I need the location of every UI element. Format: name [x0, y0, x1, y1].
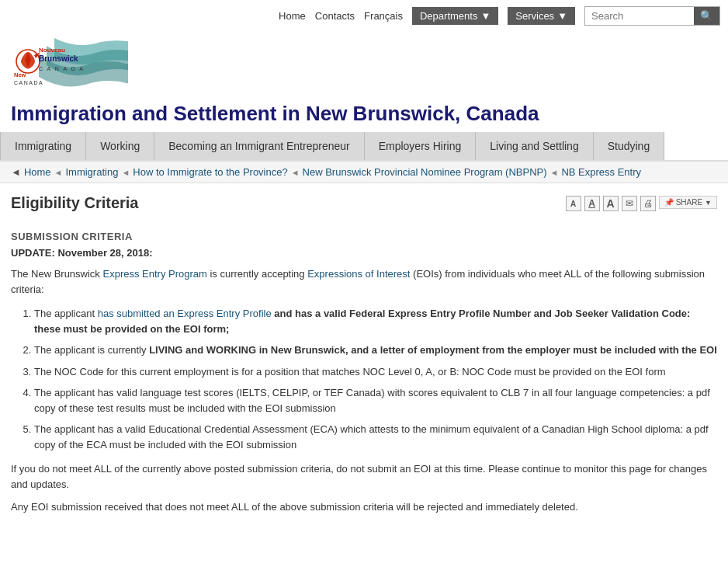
svg-text:Brunswick: Brunswick — [39, 54, 78, 63]
update-text: UPDATE: November 28, 2018: — [11, 247, 717, 259]
tab-employers-hiring[interactable]: Employers Hiring — [365, 132, 477, 160]
breadcrumb: ◄ Home ◄ Immigrating ◄ How to Immigrate … — [0, 161, 728, 183]
svg-text:C A N A D A: C A N A D A — [39, 66, 85, 71]
list-item: The applicant is currently LIVING and WO… — [34, 343, 717, 358]
list-item: The NOC Code for this current employment… — [34, 364, 717, 380]
breadcrumb-nbpnp[interactable]: New Brunswick Provincial Nominee Program… — [303, 166, 547, 178]
list-item: The applicant has valid language test sc… — [34, 385, 717, 416]
nav-tabs: Immigrating Working Becoming an Immigran… — [0, 132, 728, 160]
departments-button[interactable]: Departments ▼ — [412, 7, 498, 25]
svg-text:Nouveau: Nouveau — [39, 47, 65, 54]
contacts-link[interactable]: Contacts — [315, 10, 355, 22]
express-profile-link[interactable]: has submitted an Express Entry Profile — [98, 308, 272, 319]
tab-studying[interactable]: Studying — [594, 132, 664, 160]
intro-paragraph: The New Brunswick Express Entry Program … — [11, 266, 717, 297]
breadcrumb-home[interactable]: Home — [24, 166, 51, 178]
breadcrumb-sep: ◄ — [550, 168, 559, 177]
print-button[interactable]: 🖨 — [640, 196, 656, 211]
warning-paragraph: If you do not meet ALL of the currently … — [11, 461, 717, 492]
home-link[interactable]: Home — [279, 10, 306, 22]
breadcrumb-sep: ◄ — [11, 166, 21, 178]
list-item: The applicant has a valid Educational Cr… — [34, 422, 717, 452]
breadcrumb-immigrating[interactable]: Immigrating — [65, 166, 118, 178]
tab-living-settling[interactable]: Living and Settling — [476, 132, 593, 160]
eoi-link[interactable]: Expressions of Interest — [307, 268, 410, 280]
search-button[interactable]: 🔍 — [694, 7, 719, 25]
nb-logo: Nouveau Brunswick C A N A D A New CANADA — [8, 38, 136, 92]
search-bar: 🔍 — [584, 6, 720, 26]
tab-entrepreneur[interactable]: Becoming an Immigrant Entrepreneur — [154, 132, 364, 160]
svg-text:New: New — [14, 71, 26, 78]
rejection-paragraph: Any EOI submission received that does no… — [11, 499, 717, 515]
font-large-button[interactable]: A — [603, 196, 619, 211]
tab-immigrating[interactable]: Immigrating — [0, 132, 86, 160]
page-title: Immigration and Settlement in New Brunsw… — [11, 102, 717, 126]
criteria-list: The applicant has submitted an Express E… — [34, 306, 717, 452]
email-button[interactable]: ✉ — [622, 196, 637, 211]
services-button[interactable]: Services ▼ — [508, 7, 575, 25]
font-medium-button[interactable]: A — [584, 196, 600, 211]
chevron-down-icon: ▼ — [480, 10, 491, 22]
francais-link[interactable]: Français — [364, 10, 403, 22]
section-title: SUBMISSION CRITERIA — [11, 231, 717, 242]
chevron-down-icon: ▼ — [557, 10, 567, 22]
express-entry-link[interactable]: Express Entry Program — [102, 268, 206, 280]
tab-working[interactable]: Working — [86, 132, 154, 160]
breadcrumb-sep: ◄ — [291, 168, 300, 177]
breadcrumb-sep: ◄ — [121, 168, 130, 177]
bookmark-share-button[interactable]: 📌 SHARE ▼ — [659, 196, 717, 209]
svg-text:CANADA: CANADA — [14, 80, 43, 85]
search-input[interactable] — [585, 7, 694, 25]
list-item: The applicant has submitted an Express E… — [34, 306, 717, 336]
share-toolbar: A A A ✉ 🖨 📌 SHARE ▼ — [566, 194, 717, 211]
page-heading: Eligibility Criteria — [11, 194, 138, 212]
breadcrumb-express-entry[interactable]: NB Express Entry — [561, 166, 641, 178]
search-icon: 🔍 — [700, 10, 713, 22]
font-small-button[interactable]: A — [566, 196, 581, 211]
breadcrumb-sep: ◄ — [54, 168, 63, 177]
breadcrumb-how-to[interactable]: How to Immigrate to the Province? — [133, 166, 287, 178]
